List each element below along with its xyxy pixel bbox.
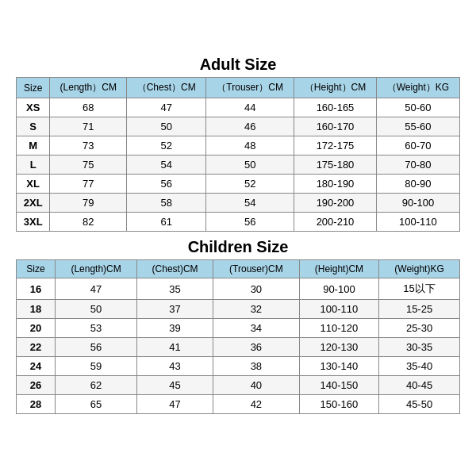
adult-col-header: （Height）CM [294,78,377,98]
adult-table-row: 3XL826156200-210100-110 [17,213,460,232]
children-cell: 37 [137,300,213,319]
children-col-header: (Chest)CM [137,260,213,278]
adult-table-row: XL775652180-19080-90 [17,175,460,194]
children-cell: 26 [17,376,56,395]
adult-col-header: （Trouser）CM [206,78,294,98]
children-cell: 130-140 [299,357,378,376]
adult-cell: 180-190 [294,175,377,194]
children-cell: 47 [137,395,213,414]
adult-cell: 172-175 [294,136,377,155]
children-table-row: 26624540140-15040-45 [17,376,460,395]
children-cell: 47 [56,278,137,300]
adult-cell: 50-60 [376,98,459,117]
children-cell: 16 [17,278,56,300]
children-cell: 15-25 [379,300,460,319]
adult-cell: 2XL [17,194,50,213]
adult-cell: 54 [206,194,294,213]
adult-cell: 46 [206,117,294,136]
adult-cell: 100-110 [376,213,459,232]
children-table-row: 22564136120-13030-35 [17,338,460,357]
adult-table-row: M735248172-17560-70 [17,136,460,155]
adult-cell: 82 [50,213,127,232]
adult-cell: 52 [127,136,206,155]
children-cell: 38 [213,357,299,376]
children-cell: 50 [56,300,137,319]
adult-cell: 70-80 [376,155,459,175]
children-cell: 30-35 [379,338,460,357]
children-cell: 59 [56,357,137,376]
children-cell: 32 [213,300,299,319]
adult-cell: 50 [206,155,294,175]
children-table: Size(Length)CM(Chest)CM(Trouser)CM(Heigh… [16,259,460,414]
adult-cell: 80-90 [376,175,459,194]
children-cell: 36 [213,338,299,357]
children-cell: 41 [137,338,213,357]
children-cell: 20 [17,319,56,338]
children-table-row: 1647353090-10015以下 [17,278,460,300]
children-cell: 65 [56,395,137,414]
adult-cell: 160-165 [294,98,377,117]
children-table-row: 24594338130-14035-40 [17,357,460,376]
adult-cell: 48 [206,136,294,155]
children-cell: 22 [17,338,56,357]
children-cell: 43 [137,357,213,376]
adult-cell: 54 [127,155,206,175]
adult-table-row: L755450175-18070-80 [17,155,460,175]
adult-col-header: （Weight）KG [376,78,459,98]
children-cell: 15以下 [379,278,460,300]
children-header-row: Size(Length)CM(Chest)CM(Trouser)CM(Heigh… [17,260,460,278]
adult-cell: XS [17,98,50,117]
adult-table: Size(Length）CM（Chest）CM（Trouser）CM（Heigh… [16,77,460,232]
adult-cell: 200-210 [294,213,377,232]
adult-header-row: Size(Length）CM（Chest）CM（Trouser）CM（Heigh… [17,78,460,98]
adult-cell: 58 [127,194,206,213]
adult-cell: 47 [127,98,206,117]
adult-section: Adult Size Size(Length）CM（Chest）CM（Trous… [16,56,460,232]
children-cell: 90-100 [299,278,378,300]
children-cell: 140-150 [299,376,378,395]
adult-cell: 75 [50,155,127,175]
adult-cell: M [17,136,50,155]
children-cell: 35-40 [379,357,460,376]
children-cell: 35 [137,278,213,300]
children-cell: 34 [213,319,299,338]
adult-cell: 77 [50,175,127,194]
adult-cell: 175-180 [294,155,377,175]
adult-cell: 52 [206,175,294,194]
adult-cell: S [17,117,50,136]
adult-cell: 56 [127,175,206,194]
children-title: Children Size [16,238,460,256]
children-cell: 40 [213,376,299,395]
adult-cell: 55-60 [376,117,459,136]
children-cell: 100-110 [299,300,378,319]
adult-cell: 50 [127,117,206,136]
adult-cell: L [17,155,50,175]
adult-title: Adult Size [16,56,460,74]
adult-cell: 3XL [17,213,50,232]
adult-cell: 190-200 [294,194,377,213]
adult-col-header: （Chest）CM [127,78,206,98]
children-cell: 110-120 [299,319,378,338]
children-cell: 40-45 [379,376,460,395]
size-chart-container: Adult Size Size(Length）CM（Chest）CM（Trous… [8,48,468,428]
adult-col-header: Size [17,78,50,98]
children-col-header: Size [17,260,56,278]
children-cell: 150-160 [299,395,378,414]
children-table-row: 18503732100-11015-25 [17,300,460,319]
adult-cell: XL [17,175,50,194]
children-col-header: (Height)CM [299,260,378,278]
children-cell: 53 [56,319,137,338]
children-cell: 39 [137,319,213,338]
children-cell: 30 [213,278,299,300]
children-cell: 56 [56,338,137,357]
adult-cell: 79 [50,194,127,213]
children-cell: 62 [56,376,137,395]
children-cell: 28 [17,395,56,414]
children-cell: 25-30 [379,319,460,338]
adult-col-header: (Length）CM [50,78,127,98]
adult-cell: 90-100 [376,194,459,213]
children-cell: 42 [213,395,299,414]
children-col-header: (Length)CM [56,260,137,278]
adult-cell: 60-70 [376,136,459,155]
adult-cell: 68 [50,98,127,117]
